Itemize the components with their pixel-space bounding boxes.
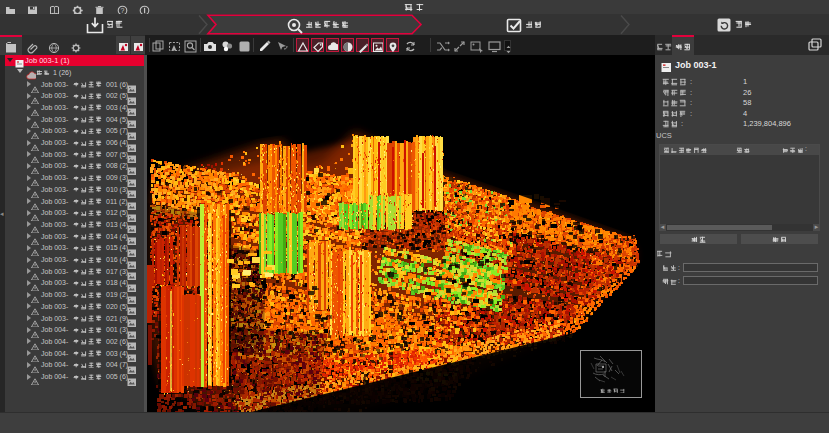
svg-text:?: ? bbox=[121, 7, 125, 14]
